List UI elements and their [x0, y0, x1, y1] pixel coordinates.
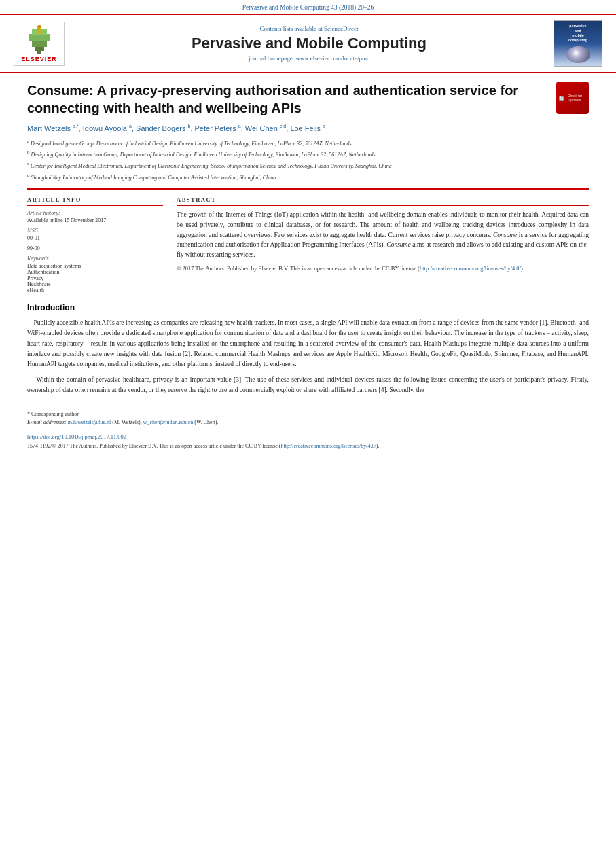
journal-title-block: Contents lists available at ScienceDirec… — [73, 25, 545, 62]
check-updates-icon: 🔄 — [559, 96, 564, 101]
abstract-text: The growth of the Internet of Things (Io… — [177, 210, 589, 260]
check-updates-badge: 🔄 Check for updates — [556, 82, 589, 114]
author-loe: Loe Feijs a — [290, 124, 325, 132]
cover-title-text: pervasiveandmobilecomputing — [568, 24, 587, 43]
article-info-heading: Article Info — [27, 196, 163, 206]
history-label: Article history: — [27, 210, 163, 216]
footer-cc-link[interactable]: http://creativecommons.org/licenses/by/4… — [280, 443, 376, 449]
article-info-abstract-section: Article Info Article history: Available … — [27, 188, 589, 293]
author-mart: Mart Wetzels a,* — [27, 124, 79, 132]
available-online: Available online 15 November 2017 — [27, 217, 163, 223]
elsevier-logo: ELSEVIER — [14, 22, 65, 66]
msc-label: MSC: — [27, 228, 163, 234]
journal-ref-text: Pervasive and Mobile Computing 43 (2018)… — [242, 4, 374, 11]
email-addresses-note: E-mail addresses: m.h.wetzels@tue.nl (M.… — [27, 418, 589, 427]
intro-paragraph-2: Within the domain of pervasive healthcar… — [27, 375, 589, 395]
homepage-url[interactable]: www.elsevier.com/locate/pmc — [296, 55, 369, 62]
footer-section: https://doi.org/10.1016/j.pmcj.2017.11.0… — [27, 433, 589, 450]
affil-c: c Center for Intelligent Medical Electro… — [27, 160, 589, 171]
abstract-panel: Abstract The growth of the Internet of T… — [177, 196, 589, 293]
affil-d: d Shanghai Key Laboratory of Medical Ima… — [27, 172, 589, 182]
svg-rect-6 — [37, 27, 41, 34]
footnote-section: * Corresponding author. E-mail addresses… — [27, 406, 589, 427]
keyword-1: Data acquisition systems — [27, 263, 163, 269]
cover-decorative-circle — [566, 46, 590, 63]
keyword-5: eHealth — [27, 287, 163, 293]
affiliations-block: a Designed Intelligence Group, Departmen… — [27, 138, 589, 182]
keyword-2: Authentication — [27, 269, 163, 275]
keywords-label: Keywords: — [27, 255, 163, 262]
journal-header: ELSEVIER Contents lists available at Sci… — [0, 14, 616, 73]
journal-homepage: journal homepage: www.elsevier.com/locat… — [73, 55, 545, 62]
keyword-3: Privacy — [27, 275, 163, 281]
authors-line: Mart Wetzels a,*, Idowu Ayoola a, Sander… — [27, 124, 589, 132]
cc-license-text: © 2017 The Authors. Published by Elsevie… — [177, 264, 589, 273]
journal-cover-thumbnail: pervasiveandmobilecomputing — [554, 20, 602, 67]
author-idowu: Idowu Ayoola a — [83, 124, 132, 132]
check-updates-label: Check for updates — [564, 94, 586, 102]
email-mart[interactable]: m.h.wetzels@tue.nl — [68, 419, 111, 425]
corresponding-author-note: * Corresponding author. — [27, 410, 589, 418]
contents-line: Contents lists available at ScienceDirec… — [73, 25, 545, 32]
cc-license-link[interactable]: http://creativecommons.org/licenses/by/4… — [420, 265, 521, 272]
elsevier-brand-text: ELSEVIER — [21, 56, 57, 62]
intro-paragraph-1: Publicly accessible health APIs are incr… — [27, 318, 589, 370]
main-content: Consume: A privacy-preserving authorisat… — [0, 73, 616, 457]
article-title: Consume: A privacy-preserving authorisat… — [27, 82, 549, 117]
msc-value-1: 00-01 — [27, 235, 163, 241]
author-wei: Wei Chen c,d — [245, 124, 287, 132]
author-peter: Peter Peters a — [195, 124, 241, 132]
article-title-row: Consume: A privacy-preserving authorisat… — [27, 82, 589, 117]
introduction-heading: Introduction — [27, 303, 589, 312]
sciencedirect-link[interactable]: ScienceDirect — [324, 25, 358, 32]
journal-name: Pervasive and Mobile Computing — [73, 35, 545, 52]
affil-b: b Designing Quality in Interaction Group… — [27, 149, 589, 159]
abstract-heading: Abstract — [177, 196, 589, 206]
doi-link[interactable]: https://doi.org/10.1016/j.pmcj.2017.11.0… — [27, 433, 589, 440]
article-info-panel: Article Info Article history: Available … — [27, 196, 163, 293]
keyword-4: Healthcare — [27, 281, 163, 287]
affil-a: a Designed Intelligence Group, Departmen… — [27, 138, 589, 148]
author-sander: Sander Bogers b — [136, 124, 190, 132]
msc-value-2: 99-00 — [27, 245, 163, 251]
email-wei[interactable]: w_chen@fudan.edu.cn — [143, 419, 194, 425]
issn-text: 1574-1192/© 2017 The Authors. Published … — [27, 442, 589, 450]
journal-reference-bar: Pervasive and Mobile Computing 43 (2018)… — [0, 0, 616, 14]
